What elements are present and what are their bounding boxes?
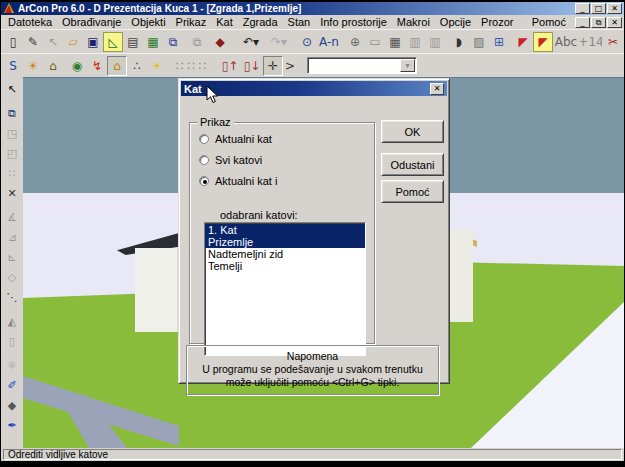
- pointer-icon[interactable]: ↖: [2, 79, 22, 99]
- roof-tool-active-icon[interactable]: ◤: [533, 32, 553, 52]
- redo-icon[interactable]: ↷▾: [265, 32, 293, 52]
- note-box: Napomena U programu se podešavanje u sva…: [186, 345, 439, 395]
- menu-item-kat[interactable]: Kat: [211, 15, 238, 29]
- storey-list[interactable]: 1. KatPrizemljeNadtemeljni zidTemelji: [204, 222, 366, 356]
- menu-item-obradjivanje[interactable]: Obrađivanje: [57, 15, 126, 29]
- pencil-tool-icon[interactable]: ✐: [2, 375, 22, 395]
- zoom-icon[interactable]: ⊙: [297, 32, 317, 52]
- menu-item-prozor[interactable]: Prozor: [476, 15, 518, 29]
- storey-list-item[interactable]: Prizemlje: [205, 236, 365, 248]
- roof-tool-icon[interactable]: ◤: [513, 32, 533, 52]
- menu-item-prikaz[interactable]: Prikaz: [171, 15, 212, 29]
- mdi-restore-button[interactable]: ⧉: [591, 17, 606, 28]
- globe-3d-icon[interactable]: ◉: [67, 56, 87, 76]
- mdi-close-button[interactable]: ✕: [607, 17, 622, 28]
- menu-item-opcije[interactable]: Opcije: [435, 15, 476, 29]
- brush-tool-icon[interactable]: ✒: [2, 415, 22, 435]
- storey-down-icon[interactable]: ▯↓: [241, 56, 263, 76]
- undo-icon[interactable]: ↶▾: [237, 32, 265, 52]
- copy-view-icon[interactable]: ⧉: [163, 32, 183, 52]
- odustani-button[interactable]: Odustani: [381, 153, 444, 176]
- fill-tool-icon[interactable]: ◆: [2, 395, 22, 415]
- object-catalog-icon[interactable]: ◆: [207, 32, 233, 52]
- column-tool-icon[interactable]: ▯: [2, 331, 22, 351]
- menu-item-zgrada[interactable]: Zgrada: [238, 15, 283, 29]
- kat-dialog: Kat ✕ Prikaz Aktualni katSvi katoviAktua…: [178, 78, 450, 384]
- storey-list-item[interactable]: Temelji: [205, 260, 365, 272]
- menu-bar: DatotekaObrađivanjeObjektiPrikazKatZgrad…: [1, 15, 624, 29]
- view-3d-box-icon[interactable]: ◇: [2, 267, 22, 287]
- dimension-icon[interactable]: +14: [579, 32, 603, 52]
- text-abc-icon[interactable]: Abc: [553, 32, 579, 52]
- minimize-button[interactable]: _: [575, 3, 590, 14]
- storey-settings-icon[interactable]: S: [3, 56, 23, 76]
- compass-icon[interactable]: ⊕: [345, 32, 365, 52]
- ok-button[interactable]: OK: [381, 120, 444, 143]
- storey-combobox[interactable]: ▼: [307, 57, 417, 74]
- menu-item-datoteka[interactable]: Datoteka: [3, 15, 57, 29]
- group-select-icon[interactable]: ⧉: [2, 103, 22, 123]
- measure-area-icon[interactable]: ⊿: [2, 227, 22, 247]
- lamp-tool-icon[interactable]: ☼: [2, 355, 22, 375]
- mdi-minimize-button[interactable]: _: [575, 17, 590, 28]
- expand-icon[interactable]: >: [283, 56, 297, 76]
- menu-item-makroi[interactable]: Makroi: [392, 15, 435, 29]
- menu-item-info-prostorije[interactable]: Info prostorije: [315, 15, 392, 29]
- storey-list-item[interactable]: Nadtemeljni zid: [205, 248, 365, 260]
- measure-angle-icon[interactable]: ∡: [2, 207, 22, 227]
- navigate-view-icon[interactable]: ✛: [263, 56, 283, 76]
- hatch-icon[interactable]: ▨: [469, 32, 489, 52]
- columns-icon[interactable]: ▥: [405, 32, 425, 52]
- floorplan-icon[interactable]: ⊞: [489, 32, 509, 52]
- dialog-close-button[interactable]: ✕: [430, 83, 444, 95]
- stretch-icon[interactable]: ◳: [2, 123, 22, 143]
- radio-label: Svi katovi: [215, 154, 262, 166]
- status-bar: Odrediti vidljive katove: [1, 448, 624, 461]
- radio-aktualni-kat[interactable]: Aktualni kat: [199, 133, 277, 145]
- maximize-button[interactable]: □: [591, 3, 606, 14]
- lamp-icon[interactable]: ◗: [449, 32, 469, 52]
- arcon-logo-icon: [3, 3, 15, 14]
- paste-view-icon[interactable]: ⧉: [187, 32, 207, 52]
- daylight-icon[interactable]: ☀: [147, 56, 167, 76]
- survey-icon[interactable]: ⋱: [2, 287, 22, 307]
- radio-aktualni-kat-i[interactable]: Aktualni kat i: [199, 175, 277, 187]
- view-presets-icon[interactable]: ∷ ∷ ∷: [167, 56, 215, 76]
- toolbar-view-icons: S☀⌂◉↯⌂∴☀∷ ∷ ∷▯↑▯↓✛>: [3, 56, 297, 76]
- grid-icon[interactable]: ▦: [385, 32, 405, 52]
- combobox-arrow-icon[interactable]: ▼: [400, 59, 415, 72]
- walkthrough-icon[interactable]: ∴: [127, 56, 147, 76]
- print-icon[interactable]: ▤: [123, 32, 143, 52]
- select-pointer-icon[interactable]: ↖: [43, 32, 63, 52]
- snap-icon[interactable]: ∷: [2, 163, 22, 183]
- radio-svi-katovi[interactable]: Svi katovi: [199, 154, 277, 166]
- list-label: odabrani katovi:: [220, 209, 298, 221]
- sun-position-icon[interactable]: ☀: [23, 56, 43, 76]
- storey-up-icon[interactable]: ▯↑: [219, 56, 241, 76]
- measure-line-icon[interactable]: ⊾: [2, 247, 22, 267]
- rotate-icon[interactable]: ◰: [2, 143, 22, 163]
- find-text-icon[interactable]: A-n: [317, 32, 341, 52]
- delete-icon[interactable]: ✕: [2, 183, 22, 203]
- export-image-icon[interactable]: ▦: [143, 32, 163, 52]
- radio-label: Aktualni kat: [215, 133, 272, 145]
- storey-house-icon[interactable]: ⌂: [43, 56, 63, 76]
- pomoc-button[interactable]: Pomoć: [381, 180, 444, 203]
- lightning-refresh-icon[interactable]: ↯: [87, 56, 107, 76]
- construction-mode-icon[interactable]: ▥: [425, 32, 445, 52]
- menu-item-pomoc[interactable]: Pomoć: [527, 15, 571, 29]
- mirror-icon[interactable]: ◭: [2, 311, 22, 331]
- storey-list-item[interactable]: 1. Kat: [205, 224, 365, 236]
- view-mode-house-icon[interactable]: ⌂: [107, 56, 127, 76]
- ruler-icon[interactable]: ▭: [365, 32, 385, 52]
- open-folder-icon[interactable]: ▱: [63, 32, 83, 52]
- save-icon[interactable]: ▣: [83, 32, 103, 52]
- menu-item-objekti[interactable]: Objekti: [126, 15, 170, 29]
- close-button[interactable]: ✕: [607, 3, 622, 14]
- edit-plan-icon[interactable]: ✎: [23, 32, 43, 52]
- new-document-icon[interactable]: ▯: [3, 32, 23, 52]
- cut-icon[interactable]: ✂: [603, 32, 623, 52]
- dialog-body: Prikaz Aktualni katSvi katoviAktualni ka…: [179, 98, 449, 383]
- menu-item-stan[interactable]: Stan: [283, 15, 316, 29]
- set-square-icon[interactable]: ◺: [103, 32, 123, 52]
